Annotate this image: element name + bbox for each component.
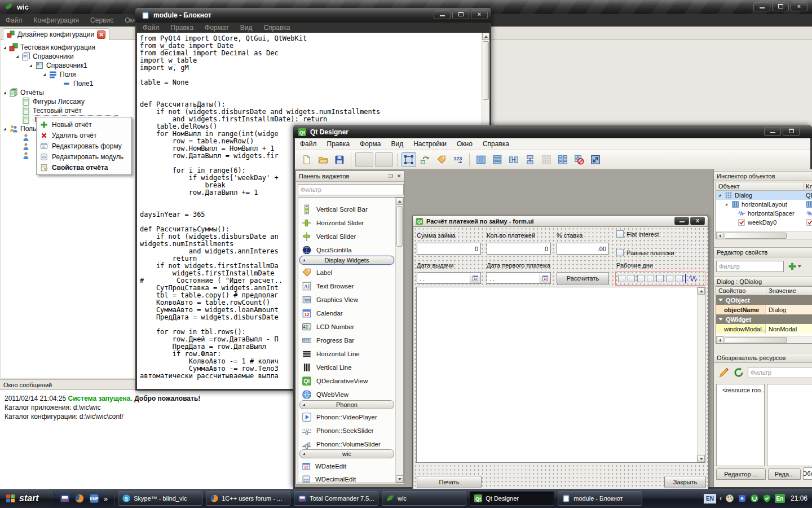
checkbox-icon[interactable] xyxy=(616,249,624,256)
tree-item-fields[interactable]: Поля xyxy=(43,70,76,79)
workdays-layout-selection[interactable] xyxy=(615,271,705,286)
widget-item-qwebview[interactable]: QWebView xyxy=(299,388,394,401)
widget-item-text-browser[interactable]: Text Browser xyxy=(299,279,394,293)
qt-menu-form[interactable]: Форма xyxy=(355,140,386,148)
property-hscrollbar[interactable] xyxy=(716,336,812,343)
qt-menu-window[interactable]: Окно xyxy=(452,140,478,148)
task-wic[interactable]: wic xyxy=(382,491,466,506)
weekday-checkbox[interactable] xyxy=(676,275,683,282)
widget-section-wic[interactable]: wic xyxy=(299,449,394,458)
wic-menu-configuration[interactable]: Конфигурация xyxy=(28,16,85,24)
widget-item-wdateedit[interactable]: WDateEdit xyxy=(299,459,394,473)
close-button[interactable]: × xyxy=(791,2,807,11)
weekday-checkbox[interactable] xyxy=(656,275,664,282)
inspector-row-horizontallayout[interactable]: horizontalLayout xyxy=(716,200,812,209)
new-form-button[interactable] xyxy=(299,152,314,167)
start-button[interactable]: start xyxy=(0,489,55,508)
widget-box-header[interactable]: Панель виджетов ❐ ✕ xyxy=(296,171,404,182)
firefox-icon[interactable] xyxy=(74,493,85,503)
widget-item-wdecimaledit[interactable]: WDecimalEdit xyxy=(299,472,394,483)
tab-property-editor[interactable]: Редактор ... xyxy=(716,468,766,480)
input-rate[interactable]: .00 xyxy=(557,243,609,255)
resource-filter-input[interactable] xyxy=(748,367,812,378)
widget-item-vertical-line[interactable]: Vertical Line xyxy=(299,361,394,374)
expand-arrow-icon[interactable] xyxy=(3,91,6,94)
task-skype[interactable]: Skype™ - blind_vic xyxy=(118,491,202,506)
widget-item-videoplayer[interactable]: Phonon::VideoPlayer xyxy=(299,410,394,424)
expand-arrow-icon[interactable] xyxy=(43,73,46,76)
maximize-button[interactable] xyxy=(783,127,800,136)
layout-vertical-splitter-button[interactable] xyxy=(523,152,537,167)
property-filter-input[interactable] xyxy=(716,261,784,272)
input-num-payments[interactable]: 0 xyxy=(487,243,551,255)
layout-horizontal-splitter-button[interactable] xyxy=(506,152,521,167)
qt-menu-file[interactable]: Файл xyxy=(295,140,322,148)
break-layout-button[interactable] xyxy=(572,152,586,167)
inspector-column-header[interactable]: ОбъектКласс xyxy=(716,182,812,191)
tray-app-icon[interactable] xyxy=(738,494,747,503)
widget-item-vertical-scroll-bar[interactable]: Vertical Scroll Bar xyxy=(299,203,394,216)
tree-item-user[interactable] xyxy=(21,133,30,142)
total-commander-icon[interactable] xyxy=(60,493,70,503)
widget-item-horizontal-slider[interactable]: Horizontal Slider xyxy=(299,216,394,230)
qt-titlebar[interactable]: Qt Designer xyxy=(293,125,812,138)
scroll-thumb[interactable] xyxy=(725,233,787,239)
language-indicator-2[interactable]: En xyxy=(775,494,785,503)
tab-action-editor[interactable]: Реда... xyxy=(768,468,801,480)
property-group-qwidget[interactable]: QWidget xyxy=(716,314,812,324)
menu-item-report-properties[interactable]: Свойства отчёта xyxy=(37,162,131,173)
label-disburse-date[interactable]: Дата выдачи xyxy=(417,262,453,269)
widget-filter-input[interactable] xyxy=(298,184,404,195)
reload-resources-icon[interactable] xyxy=(733,367,744,378)
resource-root-item[interactable]: <resource roo... xyxy=(717,384,764,393)
qt-menu-view[interactable]: Вид xyxy=(386,140,408,148)
widget-item-qdeclarativeview[interactable]: QDeclarativeView xyxy=(299,374,394,388)
calendar-picker-icon[interactable] xyxy=(470,273,480,283)
inspector-hscrollbar[interactable] xyxy=(716,231,812,239)
notepad-menu-file[interactable]: Файл xyxy=(137,24,165,32)
checkbox-flat-interest[interactable]: Flat interest xyxy=(616,230,659,238)
layout-vertical-button[interactable] xyxy=(490,152,505,167)
table-scrollbar[interactable] xyxy=(697,287,705,462)
task-total-commander[interactable]: Total Commander 7.5... xyxy=(294,491,378,506)
inspector-row-dialog[interactable]: DialogQDialog xyxy=(716,191,812,200)
weekday-checkbox[interactable] xyxy=(618,275,625,282)
property-row-objectname[interactable]: objectNameDialog xyxy=(716,305,812,314)
weekday-checkbox[interactable] xyxy=(666,275,673,282)
tree-item-test-report[interactable]: Тестовый отчёт xyxy=(16,106,82,115)
checkbox-equal-payments[interactable]: Равные платежи xyxy=(616,249,674,256)
resource-content-pane[interactable] xyxy=(767,384,812,466)
date-edit-disburse[interactable]: . . xyxy=(417,272,481,284)
scroll-thumb[interactable] xyxy=(396,206,403,247)
minimize-button[interactable] xyxy=(764,127,781,136)
widget-item-horizontal-line[interactable]: Horizontal Line xyxy=(299,347,394,361)
notepad-titlebar[interactable]: module - Блокнот × xyxy=(135,8,491,23)
scroll-up-button[interactable] xyxy=(482,33,489,40)
widget-item-progress-bar[interactable]: Progress Bar xyxy=(299,334,394,347)
tray-expand-icon[interactable]: ‹ xyxy=(720,494,722,502)
scroll-down-button[interactable] xyxy=(698,455,705,462)
tree-item-directories[interactable]: Справочники xyxy=(16,52,74,61)
notepad-menu-help[interactable]: Справка xyxy=(258,24,295,32)
label-loan-sum[interactable]: Сумма займа xyxy=(417,232,456,239)
expand-arrow-icon[interactable] xyxy=(16,55,19,58)
scroll-left-button[interactable] xyxy=(716,232,723,239)
layout-horizontal-button[interactable] xyxy=(474,152,488,167)
widget-item-lcd-number[interactable]: LCD Number xyxy=(299,320,394,334)
widget-item-qscintilla[interactable]: QsciScintilla xyxy=(299,243,394,257)
taskbar-clock[interactable]: 21:06 xyxy=(791,494,807,502)
label-rate[interactable]: % ставка xyxy=(557,232,582,239)
edit-widgets-button[interactable] xyxy=(401,152,416,167)
weekday-checkbox[interactable] xyxy=(628,275,635,282)
wic-menu-file[interactable]: Файл xyxy=(0,16,28,24)
property-column-header[interactable]: СвойствоЗначение xyxy=(716,287,812,295)
restore-button[interactable] xyxy=(772,2,789,11)
tree-item-field1[interactable]: Поле1 xyxy=(56,79,93,88)
open-form-button[interactable] xyxy=(316,152,330,167)
language-indicator[interactable]: EN xyxy=(704,494,716,503)
label-num-payments[interactable]: Кол-во платежей xyxy=(487,232,535,239)
expand-arrow-icon[interactable] xyxy=(3,128,6,130)
tray-palette-icon[interactable] xyxy=(725,494,734,503)
qt-menu-settings[interactable]: Настройки xyxy=(408,140,452,148)
notepad-menu-edit[interactable]: Правка xyxy=(165,24,200,32)
